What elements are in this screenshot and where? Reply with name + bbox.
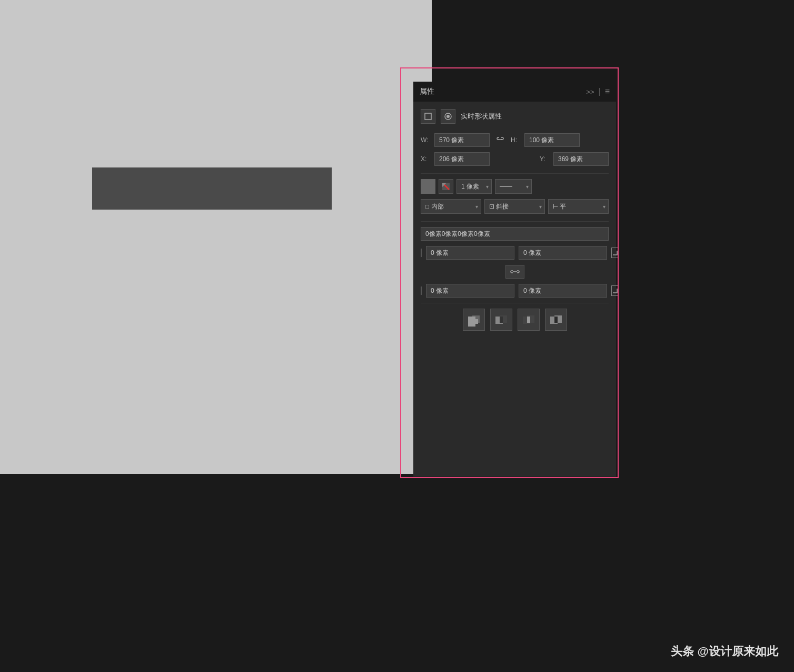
path-op-intersect-btn[interactable] bbox=[518, 309, 540, 331]
svg-rect-12 bbox=[500, 317, 503, 323]
path-op-subtract-btn[interactable] bbox=[490, 309, 512, 331]
width-input[interactable] bbox=[434, 133, 490, 147]
line-style-select[interactable]: —— - - - ··· bbox=[495, 179, 532, 194]
shape-type-label: 实时形状属性 bbox=[461, 112, 502, 121]
top-right-corner-icon[interactable] bbox=[611, 248, 619, 258]
stroke-style-icon[interactable] bbox=[439, 179, 453, 194]
align-corner-dropdown[interactable]: ⊡ 斜接 ⊡ 圆角 ⊡ 斜面 bbox=[484, 199, 545, 214]
top-left-radius[interactable] bbox=[426, 246, 514, 260]
align-type-select[interactable]: □ 内部 □ 居中 □ 外部 bbox=[421, 199, 481, 214]
canvas-shape bbox=[92, 167, 332, 210]
h-label: H: bbox=[511, 136, 520, 144]
svg-point-2 bbox=[446, 115, 450, 118]
path-ops-row bbox=[421, 309, 609, 331]
shape-type-row: 实时形状属性 bbox=[421, 109, 609, 124]
bottom-left-radius[interactable] bbox=[426, 284, 514, 298]
panel-content: 实时形状属性 W: H: X: Y: bbox=[413, 102, 616, 338]
xy-row: X: Y: bbox=[421, 152, 609, 166]
align-row: □ 内部 □ 居中 □ 外部 ⊡ 斜接 ⊡ 圆角 ⊡ 斜面 ⊢ 平 ⊢ 圆 ⊢ … bbox=[421, 199, 609, 214]
stroke-size-dropdown[interactable]: 1 像素 2 像素 3 像素 bbox=[456, 179, 492, 194]
stroke-color-swatch[interactable] bbox=[421, 179, 435, 194]
link-wh-icon[interactable] bbox=[494, 135, 507, 145]
bottom-left-checkbox[interactable] bbox=[421, 286, 422, 295]
padding-input[interactable] bbox=[421, 227, 609, 241]
properties-panel: 属性 >> | ≡ 实时形状属性 W: bbox=[413, 82, 616, 477]
panel-header-actions: >> | ≡ bbox=[586, 87, 610, 96]
path-op-exclude-btn[interactable] bbox=[545, 309, 567, 331]
top-corners-row bbox=[421, 246, 609, 260]
padding-full-row bbox=[421, 227, 609, 241]
shape-select-icon[interactable] bbox=[421, 109, 435, 124]
x-input[interactable] bbox=[434, 152, 490, 166]
path-op-union-btn[interactable] bbox=[463, 309, 485, 331]
stroke-row: 1 像素 2 像素 3 像素 —— - - - ··· bbox=[421, 179, 609, 194]
svg-rect-18 bbox=[554, 317, 558, 323]
line-style-dropdown[interactable]: —— - - - ··· bbox=[495, 179, 532, 194]
align-end-select[interactable]: ⊢ 平 ⊢ 圆 ⊢ 方 bbox=[548, 199, 609, 214]
divider-1 bbox=[421, 173, 609, 174]
link-corners-btn[interactable] bbox=[505, 265, 524, 279]
align-corner-select[interactable]: ⊡ 斜接 ⊡ 圆角 ⊡ 斜面 bbox=[484, 199, 545, 214]
separator: | bbox=[599, 87, 601, 96]
footer-text: 头条 @设计原来如此 bbox=[671, 644, 778, 659]
panel-title: 属性 bbox=[420, 87, 434, 96]
height-input[interactable] bbox=[524, 133, 580, 147]
divider-3 bbox=[421, 303, 609, 303]
divider-2 bbox=[421, 221, 609, 222]
x-label: X: bbox=[421, 155, 430, 163]
wh-row: W: H: bbox=[421, 133, 609, 147]
bottom-corners-row bbox=[421, 284, 609, 298]
panel-header: 属性 >> | ≡ bbox=[413, 82, 616, 102]
canvas-area bbox=[0, 0, 432, 474]
bottom-right-radius[interactable] bbox=[519, 284, 607, 298]
top-left-checkbox[interactable] bbox=[421, 249, 422, 257]
align-end-dropdown[interactable]: ⊢ 平 ⊢ 圆 ⊢ 方 bbox=[548, 199, 609, 214]
svg-rect-0 bbox=[425, 113, 431, 120]
live-shape-icon[interactable] bbox=[441, 109, 455, 124]
menu-icon[interactable]: ≡ bbox=[605, 87, 610, 96]
link-row bbox=[421, 265, 609, 279]
align-type-dropdown[interactable]: □ 内部 □ 居中 □ 外部 bbox=[421, 199, 481, 214]
w-label: W: bbox=[421, 136, 430, 144]
expand-icon[interactable]: >> bbox=[586, 88, 594, 96]
svg-rect-15 bbox=[527, 317, 530, 323]
y-label: Y: bbox=[540, 155, 549, 163]
top-right-radius[interactable] bbox=[519, 246, 607, 260]
y-input[interactable] bbox=[553, 152, 609, 166]
stroke-size-select[interactable]: 1 像素 2 像素 3 像素 bbox=[456, 179, 492, 194]
bottom-right-corner-icon[interactable] bbox=[611, 285, 619, 296]
